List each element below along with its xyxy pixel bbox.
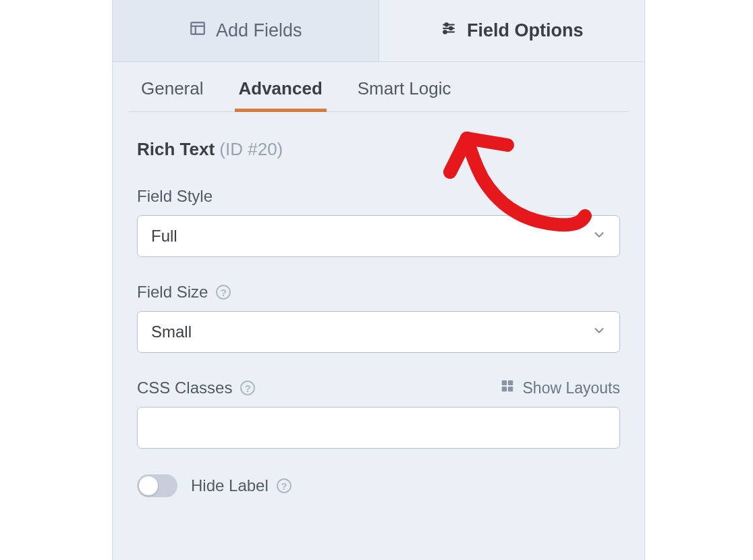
sub-tabs: General Advanced Smart Logic [129, 66, 628, 112]
svg-point-4 [445, 23, 448, 26]
hide-label-row: Hide Label ? [137, 474, 620, 497]
css-classes-input[interactable] [137, 407, 620, 449]
tab-add-fields-label: Add Fields [216, 20, 302, 41]
field-style-group: Field Style Full [137, 187, 620, 257]
hide-label-text: Hide Label [191, 476, 269, 495]
svg-rect-11 [501, 387, 506, 391]
top-tabs: Add Fields Field Options [113, 0, 644, 62]
field-name: Rich Text [137, 139, 215, 159]
css-classes-label: CSS Classes [137, 379, 232, 397]
help-icon[interactable]: ? [240, 381, 255, 395]
add-fields-icon [189, 20, 206, 42]
help-icon[interactable]: ? [216, 285, 231, 300]
svg-rect-9 [501, 381, 506, 385]
subtab-smart-logic[interactable]: Smart Logic [354, 66, 455, 111]
field-style-label: Field Style [137, 187, 213, 206]
svg-rect-0 [191, 22, 204, 34]
svg-point-6 [449, 27, 452, 30]
field-size-select[interactable]: Small [137, 311, 620, 353]
field-options-panel: Add Fields Field Options General Advance… [112, 0, 645, 560]
hide-label-toggle[interactable] [137, 474, 177, 497]
sliders-icon [440, 20, 457, 42]
field-size-value: Small [151, 323, 192, 341]
content-area: Rich Text (ID #20) Field Style Full Fiel… [113, 112, 644, 497]
grid-icon [500, 379, 515, 397]
field-title: Rich Text (ID #20) [137, 139, 620, 160]
css-classes-group: CSS Classes ? Show Layouts [137, 379, 620, 449]
svg-rect-10 [507, 381, 512, 385]
show-layouts-button[interactable]: Show Layouts [500, 379, 620, 397]
field-size-label: Field Size [137, 283, 208, 302]
field-style-value: Full [151, 227, 177, 246]
field-style-select[interactable]: Full [137, 215, 620, 257]
svg-rect-12 [507, 387, 512, 391]
svg-point-8 [443, 30, 446, 33]
field-id: (ID #20) [219, 139, 283, 159]
subtab-advanced[interactable]: Advanced [235, 66, 327, 111]
tab-field-options[interactable]: Field Options [379, 0, 645, 61]
toggle-knob [139, 476, 158, 495]
help-icon[interactable]: ? [277, 478, 291, 493]
tab-field-options-label: Field Options [467, 20, 584, 41]
field-size-group: Field Size ? Small [137, 283, 620, 353]
show-layouts-label: Show Layouts [523, 379, 620, 397]
tab-add-fields[interactable]: Add Fields [113, 0, 379, 61]
subtab-general[interactable]: General [137, 66, 208, 111]
